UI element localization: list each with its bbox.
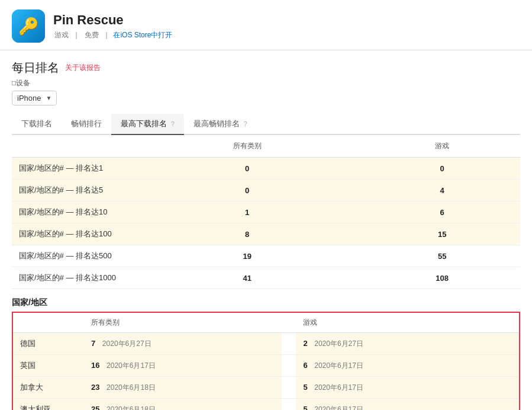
country-name: 澳大利亚 xyxy=(13,399,84,411)
summary-table-wrap: 所有类别 游戏 国家/地区的# — 排名达1 0 0 国家/地区的# — 排名达… xyxy=(12,135,520,289)
list-item: 加拿大 23 2020年6月18日 5 2020年6月17日 xyxy=(13,377,519,399)
country-col-header xyxy=(13,313,84,333)
tab-peak-trending[interactable]: 最高畅销排名 ? xyxy=(184,114,257,135)
country-table-header: 所有类别 游戏 xyxy=(13,313,519,333)
row-label: 国家/地区的# — 排名达100 xyxy=(12,223,130,245)
rank-date: 2020年6月18日 xyxy=(107,405,156,411)
game-rank-number: 6 xyxy=(303,361,307,370)
app-category: 游戏 xyxy=(54,31,69,39)
country-all-header: 所有类别 xyxy=(84,313,282,333)
tab-trending[interactable]: 畅销排行 xyxy=(62,114,111,135)
app-title: Pin Rescue xyxy=(53,12,172,28)
tab-peak-download-question: ? xyxy=(171,120,175,127)
country-game-rank: 2 2020年6月27日 xyxy=(296,333,483,355)
country-section-title: 国家/地区 xyxy=(12,289,520,312)
list-item: 德国 7 2020年6月27日 2 2020年6月27日 xyxy=(13,333,519,355)
row-game-value: 0 xyxy=(364,158,520,180)
tab-peak-download[interactable]: 最高下载排名 ? xyxy=(111,114,184,135)
country-all-rank: 16 2020年6月17日 xyxy=(84,355,282,377)
country-all-rank: 23 2020年6月18日 xyxy=(84,377,282,399)
row-label: 国家/地区的# — 排名达5 xyxy=(12,180,130,201)
country-game-header: 游戏 xyxy=(296,313,483,333)
rank-number: 7 xyxy=(91,339,95,348)
rank-date: 2020年6月18日 xyxy=(107,383,156,392)
country-game-rank: 5 2020年6月17日 xyxy=(296,377,483,399)
app-meta: 游戏 ｜ 免费 ｜ 在iOS Store中打开 xyxy=(53,30,172,40)
game-rank-date: 2020年6月17日 xyxy=(314,383,363,392)
app-store-link[interactable]: 在iOS Store中打开 xyxy=(113,31,172,39)
app-info: Pin Rescue 游戏 ｜ 免费 ｜ 在iOS Store中打开 xyxy=(53,12,172,40)
rank-number: 16 xyxy=(91,361,99,370)
country-name: 英国 xyxy=(13,355,84,377)
row-all-value: 19 xyxy=(130,245,364,267)
tabs-row: 下载排名 畅销排行 最高下载排名 ? 最高畅销排名 ? xyxy=(12,114,520,135)
col-header-label xyxy=(12,135,130,158)
table-row: 国家/地区的# — 排名达1000 41 108 xyxy=(12,267,520,289)
game-rank-date: 2020年6月17日 xyxy=(314,405,363,411)
country-all-rank: 7 2020年6月27日 xyxy=(84,333,282,355)
game-rank-number: 5 xyxy=(303,405,307,411)
row-game-value: 4 xyxy=(364,180,520,201)
col-header-all: 所有类别 xyxy=(130,135,364,158)
game-rank-date: 2020年6月27日 xyxy=(314,339,363,348)
country-table-body: 德国 7 2020年6月27日 2 2020年6月27日 英国 16 2020年… xyxy=(13,333,519,411)
game-rank-number: 2 xyxy=(303,339,307,348)
country-name: 加拿大 xyxy=(13,377,84,399)
row-game-value: 55 xyxy=(364,245,520,267)
tab-download[interactable]: 下载排名 xyxy=(12,114,62,135)
app-header: Pin Rescue 游戏 ｜ 免费 ｜ 在iOS Store中打开 xyxy=(0,0,532,50)
row-label: 国家/地区的# — 排名达1 xyxy=(12,158,130,180)
row-game-value: 6 xyxy=(364,201,520,223)
list-item: 澳大利亚 25 2020年6月18日 5 2020年6月17日 xyxy=(13,399,519,411)
game-rank-date: 2020年6月17日 xyxy=(314,361,363,370)
table-row: 国家/地区的# — 排名达500 19 55 xyxy=(12,245,520,267)
table-row: 国家/地区的# — 排名达5 0 4 xyxy=(12,180,520,201)
section-title: 每日排名 xyxy=(12,60,59,76)
col-header-game: 游戏 xyxy=(364,135,520,158)
page-body: 每日排名 关于该报告 □设备 iPhone ▼ 下载排名 畅销排行 最高下载排名… xyxy=(0,50,532,410)
summary-table-body: 国家/地区的# — 排名达1 0 0 国家/地区的# — 排名达5 0 4 国家… xyxy=(12,158,520,289)
country-table: 所有类别 游戏 德国 7 2020年6月27日 2 2020年6月27日 英国 … xyxy=(13,313,519,410)
country-all-rank: 25 2020年6月18日 xyxy=(84,399,282,411)
row-all-value: 0 xyxy=(130,158,364,180)
country-game-rank: 5 2020年6月17日 xyxy=(296,399,483,411)
app-sep1: ｜ xyxy=(73,31,80,39)
country-table-wrap: 所有类别 游戏 德国 7 2020年6月27日 2 2020年6月27日 英国 … xyxy=(12,312,520,410)
row-label: 国家/地区的# — 排名达1000 xyxy=(12,267,130,289)
row-game-value: 15 xyxy=(364,223,520,245)
row-all-value: 41 xyxy=(130,267,364,289)
rank-number: 25 xyxy=(91,405,99,411)
game-rank-number: 5 xyxy=(303,383,307,392)
app-icon xyxy=(12,9,45,43)
row-all-value: 0 xyxy=(130,180,364,201)
device-select-value: iPhone xyxy=(17,94,41,102)
rank-date: 2020年6月17日 xyxy=(107,361,156,370)
list-item: 英国 16 2020年6月17日 6 2020年6月17日 xyxy=(13,355,519,377)
app-icon-image xyxy=(12,9,45,43)
app-sep2: ｜ xyxy=(103,31,110,39)
country-game-rank: 6 2020年6月17日 xyxy=(296,355,483,377)
app-price: 免费 xyxy=(85,31,99,39)
summary-table-header: 所有类别 游戏 xyxy=(12,135,520,158)
report-link[interactable]: 关于该报告 xyxy=(65,63,101,73)
device-select[interactable]: iPhone ▼ xyxy=(12,91,57,105)
country-name: 德国 xyxy=(13,333,84,355)
device-selector-label: □设备 xyxy=(12,78,520,88)
table-row: 国家/地区的# — 排名达10 1 6 xyxy=(12,201,520,223)
rank-date: 2020年6月27日 xyxy=(102,339,151,348)
table-row: 国家/地区的# — 排名达1 0 0 xyxy=(12,158,520,180)
row-game-value: 108 xyxy=(364,267,520,289)
chevron-down-icon: ▼ xyxy=(46,95,51,101)
row-label: 国家/地区的# — 排名达500 xyxy=(12,245,130,267)
rank-number: 23 xyxy=(91,383,99,392)
row-all-value: 8 xyxy=(130,223,364,245)
section-title-row: 每日排名 关于该报告 xyxy=(12,50,520,78)
table-row: 国家/地区的# — 排名达100 8 15 xyxy=(12,223,520,245)
tab-peak-trending-question: ? xyxy=(243,120,247,127)
row-label: 国家/地区的# — 排名达10 xyxy=(12,201,130,223)
summary-table: 所有类别 游戏 国家/地区的# — 排名达1 0 0 国家/地区的# — 排名达… xyxy=(12,135,520,289)
row-all-value: 1 xyxy=(130,201,364,223)
